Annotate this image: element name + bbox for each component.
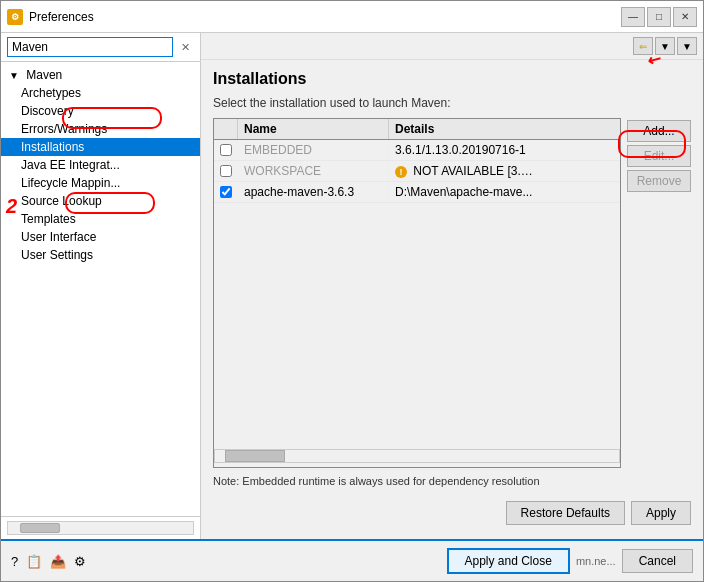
warning-icon: !	[395, 166, 407, 178]
sidebar-item-archetypes[interactable]: Archetypes	[1, 84, 200, 102]
sidebar-item-label: Errors/Warnings	[21, 122, 107, 136]
right-panel: ⇐ ▼ ▼ Installations Select the installat…	[201, 33, 703, 539]
search-input[interactable]	[7, 37, 173, 57]
table-row[interactable]: WORKSPACE ! NOT AVAILABLE [3.0,)	[214, 161, 620, 182]
sidebar-item-source-lookup[interactable]: Source Lookup	[1, 192, 200, 210]
row-details-3: D:\Maven\apache-mave...	[389, 182, 540, 202]
col-name: Name	[238, 119, 389, 139]
toolbar-dropdown1[interactable]: ▼	[655, 37, 675, 55]
app-icon: ⚙	[7, 9, 23, 25]
footer-separator: mn.ne...	[576, 555, 616, 567]
panel-subtitle: Select the installation used to launch M…	[213, 96, 691, 110]
tree-arrow: ▼	[9, 70, 19, 81]
sidebar-item-user-settings[interactable]: User Settings	[1, 246, 200, 264]
table-scrollbar-h[interactable]	[214, 449, 620, 463]
remove-button[interactable]: Remove	[627, 170, 691, 192]
edit-button[interactable]: Edit...	[627, 145, 691, 167]
settings-icon[interactable]: ⚙	[74, 554, 86, 569]
tree-parent-maven[interactable]: ▼ Maven	[1, 66, 200, 84]
title-bar: ⚙ Preferences — □ ✕	[1, 1, 703, 33]
row-details-2: ! NOT AVAILABLE [3.0,)	[389, 161, 540, 181]
cancel-button[interactable]: Cancel	[622, 549, 693, 573]
apply-close-button[interactable]: Apply and Close	[447, 548, 570, 574]
sidebar-item-user-interface[interactable]: User Interface	[1, 228, 200, 246]
row-name-3: apache-maven-3.6.3	[238, 182, 389, 202]
tree-parent-label: Maven	[26, 68, 62, 82]
sidebar-item-templates[interactable]: Templates	[1, 210, 200, 228]
sidebar-item-label: Templates	[21, 212, 76, 226]
sidebar-item-lifecycle[interactable]: Lifecycle Mappin...	[1, 174, 200, 192]
search-clear-button[interactable]: ✕	[177, 40, 194, 55]
sidebar-item-label: Archetypes	[21, 86, 81, 100]
apply-button[interactable]: Apply	[631, 501, 691, 525]
sidebar-item-errors-warnings[interactable]: Errors/Warnings	[1, 120, 200, 138]
side-actions: Add... Edit... Remove	[621, 118, 691, 468]
installations-table: Name Details EMBEDDED 3.6	[213, 118, 621, 468]
row-check-3[interactable]	[214, 183, 238, 201]
note-text: Note: Embedded runtime is always used fo…	[213, 474, 691, 489]
sidebar-item-label: Discovery	[21, 104, 74, 118]
panel-content: Installations Select the installation us…	[201, 60, 703, 539]
col-details: Details	[389, 119, 540, 139]
sidebar-item-label: User Interface	[21, 230, 96, 244]
search-bar: ✕	[1, 33, 200, 62]
sidebar-bottom	[1, 516, 200, 539]
restore-defaults-button[interactable]: Restore Defaults	[506, 501, 625, 525]
sidebar: ✕ ▼ Maven Archetypes Discovery Errors/Wa…	[1, 33, 201, 539]
sidebar-item-label: Installations	[21, 140, 84, 154]
sidebar-item-label: User Settings	[21, 248, 93, 262]
table-body: EMBEDDED 3.6.1/1.13.0.20190716-1 WORKSPA…	[214, 140, 620, 449]
row-details-2-text: NOT AVAILABLE [3.0,)	[413, 164, 534, 178]
toolbar-dropdown2[interactable]: ▼	[677, 37, 697, 55]
export-icon-1[interactable]: 📋	[26, 554, 42, 569]
sidebar-item-installations[interactable]: Installations	[1, 138, 200, 156]
panel-toolbar: ⇐ ▼ ▼	[201, 33, 703, 60]
panel-title: Installations	[213, 70, 691, 88]
row-check-1[interactable]	[214, 141, 238, 159]
row-check-2[interactable]	[214, 162, 238, 180]
row-name-1: EMBEDDED	[238, 140, 389, 160]
window-footer: ? 📋 📤 ⚙ Apply and Close mn.ne... Cancel	[1, 539, 703, 581]
sidebar-item-discovery[interactable]: Discovery	[1, 102, 200, 120]
row-name-2: WORKSPACE	[238, 161, 389, 181]
close-button[interactable]: ✕	[673, 7, 697, 27]
back-button[interactable]: ⇐	[633, 37, 653, 55]
window-controls: — □ ✕	[621, 7, 697, 27]
table-row[interactable]: apache-maven-3.6.3 D:\Maven\apache-mave.…	[214, 182, 620, 203]
main-content: ✕ ▼ Maven Archetypes Discovery Errors/Wa…	[1, 33, 703, 539]
sidebar-scrollbar-thumb	[20, 523, 60, 533]
sidebar-scrollbar[interactable]	[7, 521, 194, 535]
sidebar-item-label: Lifecycle Mappin...	[21, 176, 120, 190]
sidebar-item-javaee[interactable]: Java EE Integrat...	[1, 156, 200, 174]
table-wrapper: Name Details EMBEDDED 3.6	[213, 118, 691, 468]
add-button[interactable]: Add...	[627, 120, 691, 142]
table-scrollbar-thumb	[225, 450, 285, 462]
bottom-buttons: Restore Defaults Apply	[213, 497, 691, 529]
col-check	[214, 119, 238, 139]
tree-container: ▼ Maven Archetypes Discovery Errors/Warn…	[1, 62, 200, 516]
checkbox-embedded[interactable]	[220, 144, 232, 156]
table-row[interactable]: EMBEDDED 3.6.1/1.13.0.20190716-1	[214, 140, 620, 161]
export-icon-2[interactable]: 📤	[50, 554, 66, 569]
window-title: Preferences	[29, 10, 621, 24]
row-details-1: 3.6.1/1.13.0.20190716-1	[389, 140, 540, 160]
sidebar-item-label: Source Lookup	[21, 194, 102, 208]
checkbox-workspace[interactable]	[220, 165, 232, 177]
help-icon[interactable]: ?	[11, 554, 18, 569]
checkbox-apache-maven[interactable]	[220, 186, 232, 198]
minimize-button[interactable]: —	[621, 7, 645, 27]
maximize-button[interactable]: □	[647, 7, 671, 27]
table-header: Name Details	[214, 119, 620, 140]
sidebar-item-label: Java EE Integrat...	[21, 158, 120, 172]
